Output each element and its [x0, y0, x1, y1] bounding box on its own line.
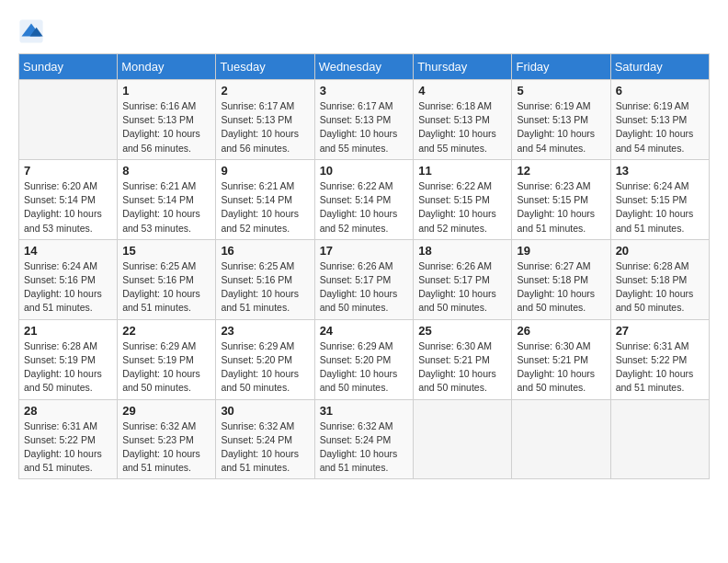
calendar-cell: 9Sunrise: 6:21 AM Sunset: 5:14 PM Daylig…: [216, 159, 314, 239]
day-number: 19: [517, 244, 605, 258]
calendar-cell: 5Sunrise: 6:19 AM Sunset: 5:13 PM Daylig…: [512, 80, 610, 160]
day-number: 4: [418, 84, 506, 98]
day-number: 28: [24, 404, 112, 418]
calendar-cell: 17Sunrise: 6:26 AM Sunset: 5:17 PM Dayli…: [314, 239, 414, 319]
day-info: Sunrise: 6:31 AM Sunset: 5:22 PM Dayligh…: [24, 419, 112, 476]
day-number: 9: [221, 164, 309, 178]
calendar-cell: 3Sunrise: 6:17 AM Sunset: 5:13 PM Daylig…: [314, 80, 414, 160]
day-info: Sunrise: 6:28 AM Sunset: 5:18 PM Dayligh…: [616, 259, 704, 316]
calendar-cell: 14Sunrise: 6:24 AM Sunset: 5:16 PM Dayli…: [19, 239, 118, 319]
calendar-cell: 11Sunrise: 6:22 AM Sunset: 5:15 PM Dayli…: [414, 159, 512, 239]
day-info: Sunrise: 6:16 AM Sunset: 5:13 PM Dayligh…: [122, 99, 210, 155]
calendar-header-row: SundayMondayTuesdayWednesdayThursdayFrid…: [19, 54, 710, 80]
calendar-cell: 28Sunrise: 6:31 AM Sunset: 5:22 PM Dayli…: [19, 399, 118, 479]
day-info: Sunrise: 6:32 AM Sunset: 5:23 PM Dayligh…: [122, 419, 210, 476]
calendar-cell: 26Sunrise: 6:30 AM Sunset: 5:21 PM Dayli…: [512, 319, 610, 399]
day-number: 20: [616, 244, 704, 258]
day-info: Sunrise: 6:26 AM Sunset: 5:17 PM Dayligh…: [418, 259, 506, 316]
calendar-cell: 1Sunrise: 6:16 AM Sunset: 5:13 PM Daylig…: [118, 80, 216, 160]
calendar-cell: 20Sunrise: 6:28 AM Sunset: 5:18 PM Dayli…: [610, 239, 709, 319]
day-number: 8: [122, 164, 210, 178]
day-info: Sunrise: 6:25 AM Sunset: 5:16 PM Dayligh…: [221, 259, 309, 316]
day-number: 26: [517, 324, 605, 338]
day-header-wednesday: Wednesday: [314, 54, 414, 80]
calendar-cell: 29Sunrise: 6:32 AM Sunset: 5:23 PM Dayli…: [118, 399, 216, 479]
day-info: Sunrise: 6:20 AM Sunset: 5:14 PM Dayligh…: [24, 179, 112, 236]
calendar-week-row: 14Sunrise: 6:24 AM Sunset: 5:16 PM Dayli…: [19, 239, 710, 319]
day-info: Sunrise: 6:31 AM Sunset: 5:22 PM Dayligh…: [616, 339, 704, 396]
day-info: Sunrise: 6:17 AM Sunset: 5:13 PM Dayligh…: [320, 99, 409, 155]
day-info: Sunrise: 6:30 AM Sunset: 5:21 PM Dayligh…: [517, 339, 605, 396]
day-info: Sunrise: 6:24 AM Sunset: 5:15 PM Dayligh…: [616, 179, 704, 236]
day-info: Sunrise: 6:21 AM Sunset: 5:14 PM Dayligh…: [122, 179, 210, 236]
calendar-cell: 22Sunrise: 6:29 AM Sunset: 5:19 PM Dayli…: [118, 319, 216, 399]
day-info: Sunrise: 6:32 AM Sunset: 5:24 PM Dayligh…: [320, 419, 409, 476]
calendar-cell: [19, 80, 118, 160]
day-header-saturday: Saturday: [610, 54, 709, 80]
day-info: Sunrise: 6:23 AM Sunset: 5:15 PM Dayligh…: [517, 179, 605, 236]
day-number: 15: [122, 244, 210, 258]
calendar-week-row: 1Sunrise: 6:16 AM Sunset: 5:13 PM Daylig…: [19, 80, 710, 160]
calendar-cell: 21Sunrise: 6:28 AM Sunset: 5:19 PM Dayli…: [19, 319, 118, 399]
calendar-cell: 23Sunrise: 6:29 AM Sunset: 5:20 PM Dayli…: [216, 319, 314, 399]
day-header-monday: Monday: [118, 54, 216, 80]
calendar-cell: 25Sunrise: 6:30 AM Sunset: 5:21 PM Dayli…: [414, 319, 512, 399]
calendar-cell: 8Sunrise: 6:21 AM Sunset: 5:14 PM Daylig…: [118, 159, 216, 239]
day-header-thursday: Thursday: [414, 54, 512, 80]
calendar-cell: 4Sunrise: 6:18 AM Sunset: 5:13 PM Daylig…: [414, 80, 512, 160]
calendar-cell: [414, 399, 512, 479]
day-number: 14: [24, 244, 112, 258]
calendar-week-row: 7Sunrise: 6:20 AM Sunset: 5:14 PM Daylig…: [19, 159, 710, 239]
calendar-cell: 19Sunrise: 6:27 AM Sunset: 5:18 PM Dayli…: [512, 239, 610, 319]
day-number: 12: [517, 164, 605, 178]
day-number: 29: [122, 404, 210, 418]
logo: [18, 18, 48, 44]
day-info: Sunrise: 6:30 AM Sunset: 5:21 PM Dayligh…: [418, 339, 506, 396]
day-number: 17: [320, 244, 409, 258]
calendar-cell: 13Sunrise: 6:24 AM Sunset: 5:15 PM Dayli…: [610, 159, 709, 239]
calendar-cell: 7Sunrise: 6:20 AM Sunset: 5:14 PM Daylig…: [19, 159, 118, 239]
day-number: 18: [418, 244, 506, 258]
day-number: 27: [616, 324, 704, 338]
day-number: 13: [616, 164, 704, 178]
day-info: Sunrise: 6:19 AM Sunset: 5:13 PM Dayligh…: [616, 99, 704, 155]
day-info: Sunrise: 6:27 AM Sunset: 5:18 PM Dayligh…: [517, 259, 605, 316]
day-info: Sunrise: 6:17 AM Sunset: 5:13 PM Dayligh…: [221, 99, 309, 155]
day-info: Sunrise: 6:26 AM Sunset: 5:17 PM Dayligh…: [320, 259, 409, 316]
day-number: 2: [221, 84, 309, 98]
day-info: Sunrise: 6:28 AM Sunset: 5:19 PM Dayligh…: [24, 339, 112, 396]
day-number: 10: [320, 164, 409, 178]
calendar-cell: 12Sunrise: 6:23 AM Sunset: 5:15 PM Dayli…: [512, 159, 610, 239]
logo-icon: [18, 18, 44, 44]
day-number: 31: [320, 404, 409, 418]
day-info: Sunrise: 6:29 AM Sunset: 5:19 PM Dayligh…: [122, 339, 210, 396]
day-number: 3: [320, 84, 409, 98]
day-number: 7: [24, 164, 112, 178]
day-info: Sunrise: 6:29 AM Sunset: 5:20 PM Dayligh…: [320, 339, 409, 396]
calendar-cell: 27Sunrise: 6:31 AM Sunset: 5:22 PM Dayli…: [610, 319, 709, 399]
calendar-cell: [512, 399, 610, 479]
day-number: 6: [616, 84, 704, 98]
day-info: Sunrise: 6:32 AM Sunset: 5:24 PM Dayligh…: [221, 419, 309, 476]
day-info: Sunrise: 6:25 AM Sunset: 5:16 PM Dayligh…: [122, 259, 210, 316]
day-number: 24: [320, 324, 409, 338]
calendar-cell: 18Sunrise: 6:26 AM Sunset: 5:17 PM Dayli…: [414, 239, 512, 319]
calendar-cell: 10Sunrise: 6:22 AM Sunset: 5:14 PM Dayli…: [314, 159, 414, 239]
day-number: 16: [221, 244, 309, 258]
day-info: Sunrise: 6:29 AM Sunset: 5:20 PM Dayligh…: [221, 339, 309, 396]
day-number: 5: [517, 84, 605, 98]
day-number: 23: [221, 324, 309, 338]
calendar-cell: 30Sunrise: 6:32 AM Sunset: 5:24 PM Dayli…: [216, 399, 314, 479]
calendar-cell: 15Sunrise: 6:25 AM Sunset: 5:16 PM Dayli…: [118, 239, 216, 319]
day-number: 1: [122, 84, 210, 98]
calendar-cell: 2Sunrise: 6:17 AM Sunset: 5:13 PM Daylig…: [216, 80, 314, 160]
day-info: Sunrise: 6:22 AM Sunset: 5:15 PM Dayligh…: [418, 179, 506, 236]
page-header: [18, 18, 710, 44]
day-header-sunday: Sunday: [19, 54, 118, 80]
calendar-cell: 6Sunrise: 6:19 AM Sunset: 5:13 PM Daylig…: [610, 80, 709, 160]
day-info: Sunrise: 6:19 AM Sunset: 5:13 PM Dayligh…: [517, 99, 605, 155]
day-number: 21: [24, 324, 112, 338]
day-number: 22: [122, 324, 210, 338]
calendar-cell: 31Sunrise: 6:32 AM Sunset: 5:24 PM Dayli…: [314, 399, 414, 479]
calendar-table: SundayMondayTuesdayWednesdayThursdayFrid…: [18, 53, 710, 479]
